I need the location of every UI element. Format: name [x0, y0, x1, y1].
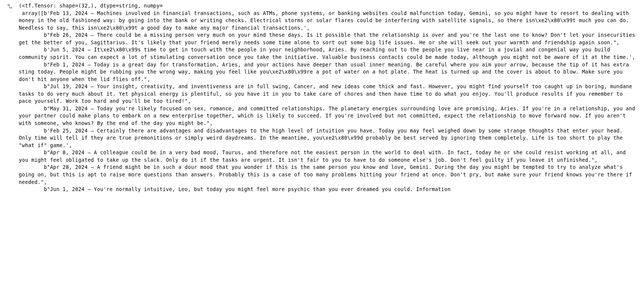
tensor-output-text[interactable]: (<tf.Tensor: shape=(32,), dtype=string, …	[19, 2, 644, 193]
output-indicator-icon	[6, 3, 13, 12]
output-gutter	[0, 2, 19, 12]
cell-output: (<tf.Tensor: shape=(32,), dtype=string, …	[0, 0, 644, 193]
